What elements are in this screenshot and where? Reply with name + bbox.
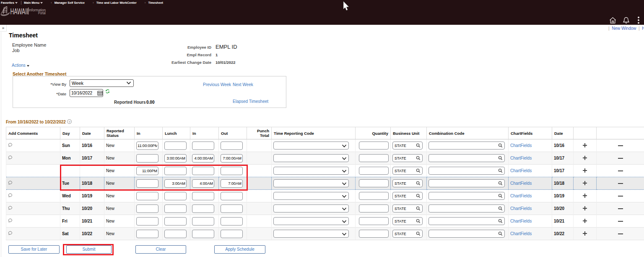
svg-text:HAWAII: HAWAII	[10, 6, 28, 16]
svg-text:Portal: Portal	[38, 11, 46, 15]
